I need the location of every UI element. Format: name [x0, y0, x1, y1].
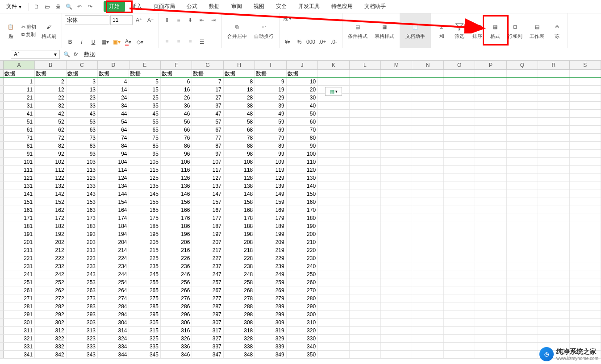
data-cell[interactable]: 206 — [161, 238, 192, 246]
data-cell[interactable] — [570, 302, 601, 310]
data-cell[interactable]: 334 — [98, 343, 129, 350]
data-cell[interactable]: 169 — [255, 206, 286, 214]
tab-页面布局[interactable]: 页面布局 — [148, 1, 180, 12]
data-cell[interactable] — [318, 246, 349, 254]
data-cell[interactable] — [381, 174, 412, 182]
data-cell[interactable] — [507, 110, 538, 117]
data-cell[interactable]: 26 — [161, 94, 192, 101]
data-cell[interactable]: 187 — [192, 222, 223, 230]
decrease-decimal-icon[interactable]: .0- — [329, 37, 339, 47]
data-cell[interactable]: 304 — [98, 318, 129, 326]
data-cell[interactable]: 94 — [98, 150, 129, 157]
data-cell[interactable]: 232 — [35, 262, 66, 270]
worksheet-button[interactable]: ▤工作表 — [527, 21, 547, 41]
data-cell[interactable] — [444, 270, 475, 278]
data-cell[interactable] — [570, 318, 601, 326]
data-cell[interactable]: 57 — [192, 118, 223, 125]
data-cell[interactable]: 22 — [35, 94, 66, 101]
data-cell[interactable]: 236 — [161, 262, 192, 270]
data-cell[interactable]: 224 — [98, 254, 129, 262]
data-cell[interactable]: 218 — [224, 246, 255, 254]
sort-button[interactable]: A↓Z排序 — [469, 21, 485, 41]
data-cell[interactable] — [350, 182, 381, 190]
data-cell[interactable] — [412, 190, 443, 198]
data-cell[interactable] — [318, 110, 349, 117]
font-color-button[interactable]: A▾ — [123, 37, 134, 47]
data-cell[interactable]: 267 — [192, 286, 223, 294]
data-cell[interactable] — [538, 142, 569, 149]
data-cell[interactable]: 67 — [192, 126, 223, 133]
data-cell[interactable] — [570, 78, 601, 85]
col-header[interactable]: H — [224, 61, 255, 69]
tab-文档助手[interactable]: 文档助手 — [359, 1, 391, 12]
data-cell[interactable] — [412, 102, 443, 109]
data-cell[interactable] — [475, 230, 506, 238]
data-cell[interactable]: 350 — [287, 351, 318, 358]
data-cell[interactable]: 298 — [224, 310, 255, 318]
data-cell[interactable] — [475, 327, 506, 334]
data-cell[interactable] — [318, 327, 349, 334]
data-cell[interactable]: 172 — [35, 214, 66, 222]
data-cell[interactable] — [570, 294, 601, 302]
data-cell[interactable]: 159 — [255, 198, 286, 206]
data-cell[interactable] — [318, 262, 349, 270]
data-cell[interactable]: 115 — [129, 166, 160, 174]
data-cell[interactable]: 50 — [287, 110, 318, 117]
data-cell[interactable] — [507, 158, 538, 165]
data-cell[interactable]: 138 — [224, 182, 255, 190]
data-cell[interactable] — [318, 302, 349, 310]
data-cell[interactable] — [507, 270, 538, 278]
data-cell[interactable] — [318, 270, 349, 278]
data-cell[interactable] — [475, 126, 506, 133]
col-header[interactable]: R — [538, 61, 569, 69]
data-cell[interactable]: 34 — [98, 102, 129, 109]
data-cell[interactable]: 3 — [67, 78, 98, 85]
bold-button[interactable]: B — [65, 37, 75, 47]
data-cell[interactable]: 195 — [129, 230, 160, 238]
data-cell[interactable]: 133 — [67, 182, 98, 190]
data-cell[interactable]: 192 — [35, 230, 66, 238]
data-cell[interactable]: 40 — [287, 102, 318, 109]
data-cell[interactable]: 42 — [35, 110, 66, 117]
data-cell[interactable] — [318, 351, 349, 358]
data-cell[interactable] — [412, 254, 443, 262]
data-cell[interactable] — [507, 126, 538, 133]
data-cell[interactable] — [538, 286, 569, 294]
data-cell[interactable]: 52 — [35, 118, 66, 125]
data-cell[interactable] — [350, 238, 381, 246]
header-cell[interactable] — [475, 70, 506, 77]
data-cell[interactable]: 146 — [161, 190, 192, 198]
data-cell[interactable] — [475, 286, 506, 294]
data-cell[interactable]: 309 — [255, 318, 286, 326]
data-cell[interactable]: 256 — [161, 278, 192, 286]
header-cell[interactable]: 数据 — [67, 70, 98, 77]
data-cell[interactable]: 96 — [161, 150, 192, 157]
col-header[interactable]: I — [255, 61, 286, 69]
data-cell[interactable]: 60 — [287, 118, 318, 125]
data-cell[interactable] — [381, 166, 412, 174]
data-cell[interactable] — [475, 94, 506, 101]
data-cell[interactable]: 300 — [287, 310, 318, 318]
data-cell[interactable]: 311 — [4, 327, 35, 334]
data-cell[interactable]: 348 — [224, 351, 255, 358]
data-cell[interactable] — [350, 286, 381, 294]
data-cell[interactable] — [412, 222, 443, 230]
data-cell[interactable] — [444, 118, 475, 125]
data-cell[interactable] — [350, 214, 381, 222]
data-cell[interactable]: 164 — [98, 206, 129, 214]
data-cell[interactable]: 82 — [35, 142, 66, 149]
data-cell[interactable] — [570, 254, 601, 262]
data-cell[interactable] — [381, 110, 412, 117]
header-cell[interactable] — [318, 70, 349, 77]
tab-插入[interactable]: 插入 — [126, 1, 147, 12]
data-cell[interactable]: 88 — [224, 142, 255, 149]
data-cell[interactable]: 275 — [129, 294, 160, 302]
data-cell[interactable]: 314 — [98, 327, 129, 334]
table-style-button[interactable]: ▦表格样式 — [372, 21, 397, 41]
data-cell[interactable] — [507, 206, 538, 214]
data-cell[interactable] — [475, 182, 506, 190]
data-cell[interactable]: 91 — [4, 150, 35, 157]
data-cell[interactable]: 23 — [67, 94, 98, 101]
data-cell[interactable] — [570, 286, 601, 294]
data-cell[interactable] — [318, 118, 349, 125]
